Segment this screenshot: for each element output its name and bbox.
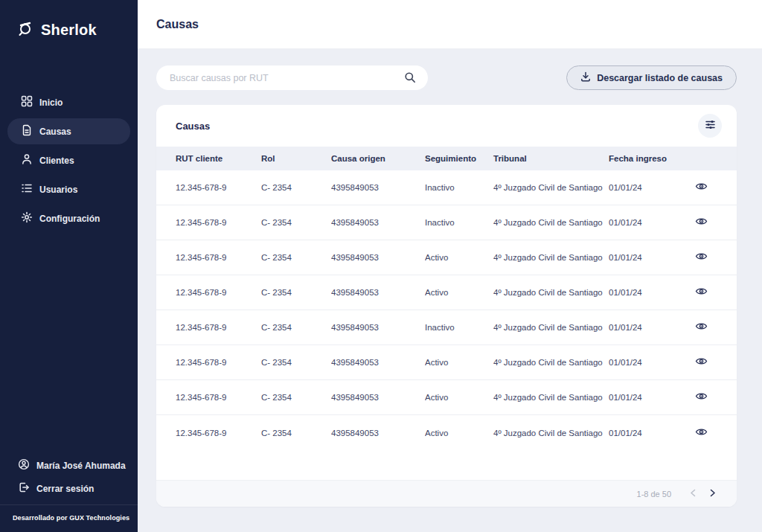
- filter-icon: [705, 119, 716, 132]
- sidebar-item-clientes[interactable]: Clientes: [7, 147, 130, 173]
- next-page-button[interactable]: [704, 486, 720, 502]
- cell-rol: C- 2354: [261, 393, 331, 402]
- cell-rol: C- 2354: [261, 358, 331, 367]
- eye-icon: [695, 180, 708, 195]
- cell-fecha-ingreso: 01/01/24: [609, 323, 685, 332]
- pagination: 1-8 de 50: [156, 480, 737, 507]
- view-case-button[interactable]: [690, 281, 712, 304]
- prev-page-button[interactable]: [685, 486, 701, 502]
- table-header-row: RUT cliente Rol Causa origen Seguimiento…: [156, 147, 737, 170]
- person-icon: [21, 153, 33, 167]
- sidebar: Sherlok Inicio: [0, 0, 138, 532]
- cell-seguimiento: Inactivo: [425, 323, 493, 332]
- cell-seguimiento: Activo: [425, 253, 493, 262]
- list-icon: [21, 182, 33, 196]
- sidebar-item-label: Clientes: [39, 156, 74, 166]
- cell-seguimiento: Activo: [425, 358, 493, 367]
- column-header-fecha-ingreso: Fecha ingreso: [609, 154, 685, 163]
- cell-causa-origen: 4395849053: [331, 358, 425, 367]
- logout-label: Cerrar sesión: [36, 484, 94, 494]
- logout-button[interactable]: Cerrar sesión: [7, 477, 130, 500]
- search-input[interactable]: [156, 65, 428, 90]
- sidebar-user[interactable]: María José Ahumada: [7, 454, 130, 477]
- column-header-seguimiento: Seguimiento: [425, 154, 493, 163]
- eye-icon: [695, 250, 708, 265]
- card-title: Causas: [176, 121, 210, 132]
- content-area: Descargar listado de causas Causas: [138, 49, 762, 507]
- chevron-right-icon: [708, 488, 717, 499]
- cell-tribunal: 4º Juzgado Civil de Santiago: [493, 358, 609, 367]
- cell-rol: C- 2354: [261, 429, 331, 438]
- cell-seguimiento: Activo: [425, 429, 493, 438]
- eye-icon: [695, 320, 708, 335]
- column-header-rol: Rol: [261, 154, 331, 163]
- cell-causa-origen: 4395849053: [331, 253, 425, 262]
- sidebar-item-usuarios[interactable]: Usuarios: [7, 176, 130, 202]
- column-header-causa-origen: Causa origen: [331, 154, 425, 163]
- table-row: 12.345-678-9 C- 2354 4395849053 Activo 4…: [156, 345, 737, 380]
- search-icon: [404, 71, 416, 83]
- cell-tribunal: 4º Juzgado Civil de Santiago: [493, 218, 609, 227]
- page-title: Causas: [156, 18, 199, 31]
- table-row: 12.345-678-9 C- 2354 4395849053 Activo 4…: [156, 380, 737, 415]
- cell-causa-origen: 4395849053: [331, 288, 425, 297]
- sidebar-item-label: Inicio: [39, 97, 63, 108]
- cell-tribunal: 4º Juzgado Civil de Santiago: [493, 253, 609, 262]
- cell-fecha-ingreso: 01/01/24: [609, 183, 685, 192]
- causes-table-card: Causas RUT cliente Rol: [156, 105, 737, 507]
- cell-seguimiento: Inactivo: [425, 183, 493, 192]
- download-causes-button[interactable]: Descargar listado de causas: [566, 65, 737, 90]
- sidebar-nav: Inicio Causas: [0, 88, 138, 233]
- view-case-button[interactable]: [690, 246, 712, 269]
- page-header: Causas: [138, 0, 762, 49]
- table-row: 12.345-678-9 C- 2354 4395849053 Inactivo…: [156, 310, 737, 345]
- cell-tribunal: 4º Juzgado Civil de Santiago: [493, 183, 609, 192]
- download-button-label: Descargar listado de causas: [597, 73, 723, 83]
- eye-icon: [695, 426, 708, 440]
- eye-icon: [695, 215, 708, 230]
- cell-causa-origen: 4395849053: [331, 218, 425, 227]
- column-header-tribunal: Tribunal: [493, 154, 609, 163]
- view-case-button[interactable]: [690, 422, 712, 444]
- view-case-button[interactable]: [690, 316, 712, 339]
- cell-rol: C- 2354: [261, 218, 331, 227]
- cell-rol: C- 2354: [261, 183, 331, 192]
- view-case-button[interactable]: [690, 211, 712, 234]
- account-circle-icon: [18, 458, 30, 472]
- cell-fecha-ingreso: 01/01/24: [609, 253, 685, 262]
- filter-button[interactable]: [698, 114, 722, 138]
- sidebar-item-inicio[interactable]: Inicio: [7, 89, 130, 115]
- card-header: Causas: [156, 105, 737, 147]
- cell-tribunal: 4º Juzgado Civil de Santiago: [493, 288, 609, 297]
- table-row: 12.345-678-9 C- 2354 4395849053 Inactivo…: [156, 170, 737, 205]
- cell-seguimiento: Inactivo: [425, 218, 493, 227]
- cell-causa-origen: 4395849053: [331, 323, 425, 332]
- cell-fecha-ingreso: 01/01/24: [609, 393, 685, 402]
- cell-rol: C- 2354: [261, 288, 331, 297]
- sidebar-item-causas[interactable]: Causas: [7, 118, 130, 144]
- cell-tribunal: 4º Juzgado Civil de Santiago: [493, 429, 609, 438]
- sidebar-bottom: María José Ahumada Cerrar sesión: [0, 454, 138, 504]
- toolbar: Descargar listado de causas: [156, 65, 737, 90]
- view-case-button[interactable]: [690, 386, 712, 408]
- cell-rut: 12.345-678-9: [176, 429, 261, 438]
- sidebar-item-configuracion[interactable]: Configuración: [7, 205, 130, 231]
- sidebar-item-label: Configuración: [39, 214, 100, 224]
- main-area: Causas: [138, 0, 762, 532]
- cell-fecha-ingreso: 01/01/24: [609, 218, 685, 227]
- cell-causa-origen: 4395849053: [331, 429, 425, 438]
- dashboard-icon: [21, 95, 33, 109]
- sidebar-footer-note: Desarrollado por GUX Technologies: [0, 504, 138, 532]
- cell-tribunal: 4º Juzgado Civil de Santiago: [493, 323, 609, 332]
- cell-fecha-ingreso: 01/01/24: [609, 288, 685, 297]
- view-case-button[interactable]: [690, 351, 712, 374]
- table-body: 12.345-678-9 C- 2354 4395849053 Inactivo…: [156, 170, 737, 450]
- view-case-button[interactable]: [690, 176, 712, 199]
- cell-rut: 12.345-678-9: [176, 323, 261, 332]
- cell-rol: C- 2354: [261, 253, 331, 262]
- cell-rut: 12.345-678-9: [176, 253, 261, 262]
- gear-icon: [21, 211, 33, 225]
- eye-icon: [695, 285, 708, 300]
- cell-rut: 12.345-678-9: [176, 183, 261, 192]
- cell-rut: 12.345-678-9: [176, 288, 261, 297]
